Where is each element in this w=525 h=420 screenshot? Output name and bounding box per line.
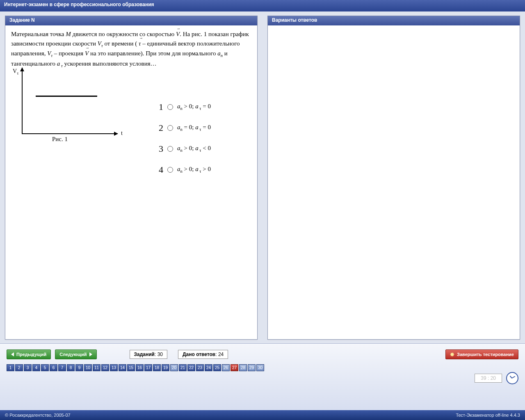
question-nav-12[interactable]: 12: [101, 364, 109, 371]
question-nav-9[interactable]: 9: [75, 364, 83, 371]
answer-number: 2: [156, 121, 163, 135]
answer-number: 1: [156, 100, 163, 114]
answer-option[interactable]: 4an > 0; a τ > 0: [5, 163, 257, 176]
answers-panel-title: Варианты ответов: [268, 16, 520, 25]
radio-icon[interactable]: [167, 104, 173, 110]
clock-icon: [506, 372, 518, 384]
answer-option[interactable]: 1an > 0; a τ = 0: [5, 100, 257, 114]
prev-button[interactable]: Предыдущий: [7, 349, 51, 359]
answer-option[interactable]: 3an > 0; a τ < 0: [5, 142, 257, 155]
question-nav-28[interactable]: 28: [239, 364, 247, 371]
question-nav-26[interactable]: 26: [222, 364, 230, 371]
question-nav-5[interactable]: 5: [41, 364, 49, 371]
question-panel-title: Задание N: [5, 16, 257, 25]
answers-list: 1an > 0; a τ = 02an = 0; a τ = 03an > 0;…: [5, 93, 257, 184]
question-nav-19[interactable]: 19: [162, 364, 169, 371]
answer-label: an > 0; a τ = 0: [177, 102, 211, 112]
radio-icon[interactable]: [167, 146, 173, 152]
footer: © Росаккредагентство, 2005-07 Тест-Экзам…: [0, 410, 525, 420]
question-navigator: 1234567891011121314151617181920212223242…: [0, 363, 525, 373]
bottom-bar: Предыдущий Следующий Заданий: 30 Дано от…: [0, 343, 525, 410]
finish-button[interactable]: ✸Завершить тестирование: [445, 349, 518, 359]
question-text: Материальная точка M движется по окружно…: [11, 30, 251, 69]
question-nav-4[interactable]: 4: [32, 364, 40, 371]
question-nav-25[interactable]: 25: [213, 364, 221, 371]
question-nav-27[interactable]: 27: [231, 364, 238, 371]
answer-option[interactable]: 2an = 0; a τ = 0: [5, 121, 257, 135]
question-nav-3[interactable]: 3: [24, 364, 32, 371]
exit-icon: ✸: [450, 352, 454, 358]
answer-label: an = 0; a τ = 0: [177, 123, 211, 133]
work-area: Задание N Материальная точка M движется …: [0, 11, 525, 344]
question-panel: Задание N Материальная точка M движется …: [5, 16, 258, 340]
question-nav-17[interactable]: 17: [144, 364, 152, 371]
arrow-right-icon: [89, 352, 92, 356]
question-nav-20[interactable]: 20: [170, 364, 178, 371]
question-nav-2[interactable]: 2: [15, 364, 23, 371]
question-nav-18[interactable]: 18: [153, 364, 161, 371]
window-title: Интернет-экзамен в сфере профессионально…: [0, 0, 525, 12]
arrow-left-icon: [11, 352, 14, 356]
question-nav-23[interactable]: 23: [196, 364, 204, 371]
question-nav-14[interactable]: 14: [119, 364, 126, 371]
question-nav-30[interactable]: 30: [256, 364, 264, 371]
question-nav-16[interactable]: 16: [136, 364, 144, 371]
radio-icon[interactable]: [167, 167, 173, 173]
question-nav-10[interactable]: 10: [84, 364, 92, 371]
next-button[interactable]: Следующий: [55, 349, 96, 359]
answer-number: 4: [156, 163, 163, 176]
answered-tasks: Дано ответов: 24: [178, 350, 228, 359]
copyright: © Росаккредагентство, 2005-07: [5, 413, 71, 418]
answer-label: an > 0; a τ > 0: [177, 164, 211, 175]
question-nav-22[interactable]: 22: [187, 364, 195, 371]
question-nav-11[interactable]: 11: [93, 364, 100, 371]
question-nav-15[interactable]: 15: [127, 364, 135, 371]
answer-label: an > 0; a τ < 0: [177, 144, 211, 154]
question-nav-24[interactable]: 24: [205, 364, 212, 371]
question-nav-6[interactable]: 6: [50, 364, 57, 371]
question-body: Материальная точка M движется по окружно…: [5, 25, 257, 339]
timer-display: 39 : 20: [475, 374, 502, 383]
question-nav-13[interactable]: 13: [110, 364, 118, 371]
answer-number: 3: [156, 142, 163, 155]
question-nav-29[interactable]: 29: [248, 364, 256, 371]
question-nav-7[interactable]: 7: [58, 364, 66, 371]
version: Тест-Экзаменатор off-line 4.4.3: [456, 413, 520, 418]
question-nav-8[interactable]: 8: [67, 364, 75, 371]
question-nav-21[interactable]: 21: [179, 364, 187, 371]
radio-icon[interactable]: [167, 125, 173, 131]
question-nav-1[interactable]: 1: [7, 364, 14, 371]
total-tasks: Заданий: 30: [130, 350, 168, 359]
